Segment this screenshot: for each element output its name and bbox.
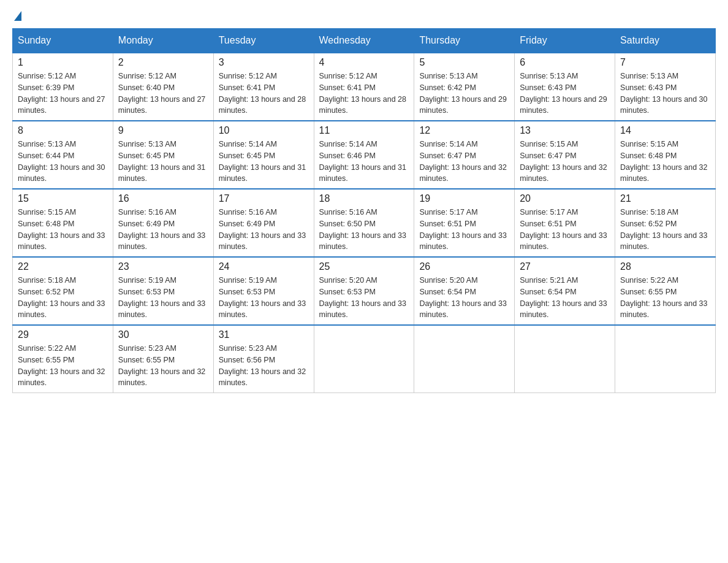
day-number: 31 bbox=[219, 329, 309, 340]
header-thursday: Thursday bbox=[414, 29, 515, 53]
day-number: 18 bbox=[319, 193, 409, 204]
day-info: Sunrise: 5:16 AM Sunset: 6:49 PM Dayligh… bbox=[219, 207, 309, 253]
day-number: 2 bbox=[118, 57, 208, 68]
day-info: Sunrise: 5:17 AM Sunset: 6:51 PM Dayligh… bbox=[419, 207, 509, 253]
calendar-cell: 23 Sunrise: 5:19 AM Sunset: 6:53 PM Dayl… bbox=[113, 257, 213, 325]
day-number: 25 bbox=[319, 261, 409, 272]
calendar-cell: 30 Sunrise: 5:23 AM Sunset: 6:55 PM Dayl… bbox=[113, 325, 213, 393]
day-number: 17 bbox=[219, 193, 309, 204]
calendar-cell: 26 Sunrise: 5:20 AM Sunset: 6:54 PM Dayl… bbox=[414, 257, 515, 325]
calendar-cell: 8 Sunrise: 5:13 AM Sunset: 6:44 PM Dayli… bbox=[13, 121, 113, 189]
day-info: Sunrise: 5:15 AM Sunset: 6:48 PM Dayligh… bbox=[18, 207, 108, 253]
header-friday: Friday bbox=[515, 29, 615, 53]
day-info: Sunrise: 5:13 AM Sunset: 6:44 PM Dayligh… bbox=[18, 139, 108, 185]
calendar-cell: 22 Sunrise: 5:18 AM Sunset: 6:52 PM Dayl… bbox=[13, 257, 113, 325]
calendar-cell bbox=[515, 325, 615, 393]
header-saturday: Saturday bbox=[615, 29, 716, 53]
week-row-3: 15 Sunrise: 5:15 AM Sunset: 6:48 PM Dayl… bbox=[13, 189, 716, 257]
calendar-cell: 11 Sunrise: 5:14 AM Sunset: 6:46 PM Dayl… bbox=[314, 121, 414, 189]
day-info: Sunrise: 5:23 AM Sunset: 6:55 PM Dayligh… bbox=[118, 343, 208, 389]
day-number: 23 bbox=[118, 261, 208, 272]
calendar-cell: 4 Sunrise: 5:12 AM Sunset: 6:41 PM Dayli… bbox=[314, 53, 414, 121]
day-number: 24 bbox=[219, 261, 309, 272]
calendar-cell: 27 Sunrise: 5:21 AM Sunset: 6:54 PM Dayl… bbox=[515, 257, 615, 325]
calendar-cell: 1 Sunrise: 5:12 AM Sunset: 6:39 PM Dayli… bbox=[13, 53, 113, 121]
day-info: Sunrise: 5:13 AM Sunset: 6:43 PM Dayligh… bbox=[520, 71, 610, 117]
day-info: Sunrise: 5:14 AM Sunset: 6:47 PM Dayligh… bbox=[419, 139, 509, 185]
day-info: Sunrise: 5:12 AM Sunset: 6:41 PM Dayligh… bbox=[319, 71, 409, 117]
day-info: Sunrise: 5:23 AM Sunset: 6:56 PM Dayligh… bbox=[219, 343, 309, 389]
day-number: 28 bbox=[620, 261, 710, 272]
calendar-cell: 31 Sunrise: 5:23 AM Sunset: 6:56 PM Dayl… bbox=[213, 325, 314, 393]
day-info: Sunrise: 5:13 AM Sunset: 6:45 PM Dayligh… bbox=[118, 139, 208, 185]
day-info: Sunrise: 5:18 AM Sunset: 6:52 PM Dayligh… bbox=[620, 207, 710, 253]
calendar-cell: 3 Sunrise: 5:12 AM Sunset: 6:41 PM Dayli… bbox=[213, 53, 314, 121]
calendar-cell: 6 Sunrise: 5:13 AM Sunset: 6:43 PM Dayli… bbox=[515, 53, 615, 121]
day-number: 8 bbox=[18, 125, 108, 136]
day-info: Sunrise: 5:13 AM Sunset: 6:42 PM Dayligh… bbox=[419, 71, 509, 117]
calendar-cell: 7 Sunrise: 5:13 AM Sunset: 6:43 PM Dayli… bbox=[615, 53, 716, 121]
day-number: 22 bbox=[18, 261, 108, 272]
day-info: Sunrise: 5:21 AM Sunset: 6:54 PM Dayligh… bbox=[520, 275, 610, 321]
day-number: 14 bbox=[620, 125, 710, 136]
calendar-cell: 16 Sunrise: 5:16 AM Sunset: 6:49 PM Dayl… bbox=[113, 189, 213, 257]
day-info: Sunrise: 5:22 AM Sunset: 6:55 PM Dayligh… bbox=[18, 343, 108, 389]
day-number: 3 bbox=[219, 57, 309, 68]
calendar-cell: 28 Sunrise: 5:22 AM Sunset: 6:55 PM Dayl… bbox=[615, 257, 716, 325]
week-row-2: 8 Sunrise: 5:13 AM Sunset: 6:44 PM Dayli… bbox=[13, 121, 716, 189]
day-number: 11 bbox=[319, 125, 409, 136]
calendar-cell: 12 Sunrise: 5:14 AM Sunset: 6:47 PM Dayl… bbox=[414, 121, 515, 189]
day-number: 7 bbox=[620, 57, 710, 68]
day-number: 21 bbox=[620, 193, 710, 204]
calendar-cell: 25 Sunrise: 5:20 AM Sunset: 6:53 PM Dayl… bbox=[314, 257, 414, 325]
calendar-cell: 10 Sunrise: 5:14 AM Sunset: 6:45 PM Dayl… bbox=[213, 121, 314, 189]
day-number: 4 bbox=[319, 57, 409, 68]
day-info: Sunrise: 5:13 AM Sunset: 6:43 PM Dayligh… bbox=[620, 71, 710, 117]
week-row-5: 29 Sunrise: 5:22 AM Sunset: 6:55 PM Dayl… bbox=[13, 325, 716, 393]
calendar-cell: 9 Sunrise: 5:13 AM Sunset: 6:45 PM Dayli… bbox=[113, 121, 213, 189]
page-header bbox=[12, 12, 716, 22]
header-wednesday: Wednesday bbox=[314, 29, 414, 53]
day-number: 30 bbox=[118, 329, 208, 340]
header-tuesday: Tuesday bbox=[213, 29, 314, 53]
day-info: Sunrise: 5:22 AM Sunset: 6:55 PM Dayligh… bbox=[620, 275, 710, 321]
day-info: Sunrise: 5:20 AM Sunset: 6:54 PM Dayligh… bbox=[419, 275, 509, 321]
logo-triangle-icon bbox=[14, 11, 21, 21]
calendar-cell bbox=[314, 325, 414, 393]
header-sunday: Sunday bbox=[13, 29, 113, 53]
day-number: 12 bbox=[419, 125, 509, 136]
day-info: Sunrise: 5:16 AM Sunset: 6:50 PM Dayligh… bbox=[319, 207, 409, 253]
day-info: Sunrise: 5:15 AM Sunset: 6:48 PM Dayligh… bbox=[620, 139, 710, 185]
day-info: Sunrise: 5:20 AM Sunset: 6:53 PM Dayligh… bbox=[319, 275, 409, 321]
day-number: 10 bbox=[219, 125, 309, 136]
day-number: 6 bbox=[520, 57, 610, 68]
weekday-header-row: SundayMondayTuesdayWednesdayThursdayFrid… bbox=[13, 29, 716, 53]
day-info: Sunrise: 5:19 AM Sunset: 6:53 PM Dayligh… bbox=[219, 275, 309, 321]
calendar-cell bbox=[414, 325, 515, 393]
day-number: 13 bbox=[520, 125, 610, 136]
calendar-cell: 14 Sunrise: 5:15 AM Sunset: 6:48 PM Dayl… bbox=[615, 121, 716, 189]
day-info: Sunrise: 5:19 AM Sunset: 6:53 PM Dayligh… bbox=[118, 275, 208, 321]
day-number: 26 bbox=[419, 261, 509, 272]
day-info: Sunrise: 5:12 AM Sunset: 6:40 PM Dayligh… bbox=[118, 71, 208, 117]
day-number: 20 bbox=[520, 193, 610, 204]
day-number: 9 bbox=[118, 125, 208, 136]
day-number: 27 bbox=[520, 261, 610, 272]
calendar-cell: 21 Sunrise: 5:18 AM Sunset: 6:52 PM Dayl… bbox=[615, 189, 716, 257]
calendar-cell: 29 Sunrise: 5:22 AM Sunset: 6:55 PM Dayl… bbox=[13, 325, 113, 393]
calendar-cell: 5 Sunrise: 5:13 AM Sunset: 6:42 PM Dayli… bbox=[414, 53, 515, 121]
calendar-cell: 2 Sunrise: 5:12 AM Sunset: 6:40 PM Dayli… bbox=[113, 53, 213, 121]
day-info: Sunrise: 5:15 AM Sunset: 6:47 PM Dayligh… bbox=[520, 139, 610, 185]
calendar-cell: 20 Sunrise: 5:17 AM Sunset: 6:51 PM Dayl… bbox=[515, 189, 615, 257]
day-number: 5 bbox=[419, 57, 509, 68]
day-info: Sunrise: 5:17 AM Sunset: 6:51 PM Dayligh… bbox=[520, 207, 610, 253]
week-row-1: 1 Sunrise: 5:12 AM Sunset: 6:39 PM Dayli… bbox=[13, 53, 716, 121]
day-number: 19 bbox=[419, 193, 509, 204]
day-number: 1 bbox=[18, 57, 108, 68]
calendar-cell: 18 Sunrise: 5:16 AM Sunset: 6:50 PM Dayl… bbox=[314, 189, 414, 257]
day-info: Sunrise: 5:12 AM Sunset: 6:41 PM Dayligh… bbox=[219, 71, 309, 117]
day-info: Sunrise: 5:18 AM Sunset: 6:52 PM Dayligh… bbox=[18, 275, 108, 321]
calendar-table: SundayMondayTuesdayWednesdayThursdayFrid… bbox=[12, 28, 716, 393]
day-info: Sunrise: 5:16 AM Sunset: 6:49 PM Dayligh… bbox=[118, 207, 208, 253]
day-number: 29 bbox=[18, 329, 108, 340]
